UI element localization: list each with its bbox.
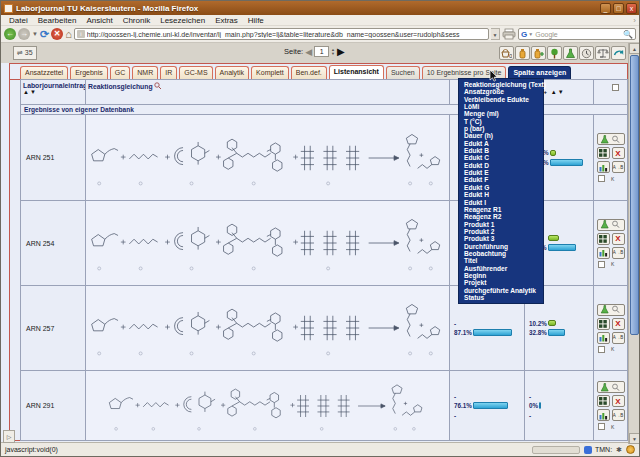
maximize-button[interactable]: □ xyxy=(613,3,624,14)
column-menu-item[interactable]: Ausführender xyxy=(459,265,543,272)
menu-chronik[interactable]: Chronik xyxy=(118,16,156,25)
page-spinner[interactable]: ▲▼ xyxy=(331,48,335,56)
delete-button[interactable]: X xyxy=(612,318,625,330)
column-menu-item[interactable]: Titel xyxy=(459,257,543,264)
column-menu-item[interactable]: Edukt H xyxy=(459,191,543,198)
column-menu-item[interactable]: Edukt G xyxy=(459,184,543,191)
menu-ansicht[interactable]: Ansicht xyxy=(81,16,117,25)
tab-analytik[interactable]: Analytik xyxy=(215,66,250,79)
tab-suchen[interactable]: Suchen xyxy=(386,66,420,79)
column-menu-item[interactable]: Ansatzgröße xyxy=(459,88,543,95)
row-checkbox[interactable] xyxy=(598,346,605,353)
home-icon[interactable]: ⌂ xyxy=(65,28,72,40)
column-menu-item[interactable]: LöMi xyxy=(459,103,543,110)
scroll-down-icon[interactable]: ▼ xyxy=(629,433,640,444)
tab-komplett[interactable]: Komplett xyxy=(251,66,289,79)
close-button[interactable]: x xyxy=(626,3,637,14)
row-checkbox[interactable] xyxy=(598,261,605,268)
column-menu-item[interactable]: T (°C) xyxy=(459,118,543,125)
search-engine-icon[interactable]: G xyxy=(521,30,527,39)
sidebar-handle[interactable]: ▷ xyxy=(3,430,15,443)
header-reaktionsgleichung[interactable]: Reaktionsgleichung xyxy=(86,79,450,105)
next-page-icon[interactable]: ▶ xyxy=(337,46,345,57)
ab-transfer-button[interactable]: A→B xyxy=(612,409,625,421)
structure-editor-button[interactable] xyxy=(547,46,562,60)
column-menu-item[interactable]: Reagenz R2 xyxy=(459,213,543,220)
copy-button[interactable] xyxy=(597,318,610,330)
search-icon[interactable]: 🔍 xyxy=(623,30,633,39)
tab-bendef[interactable]: Ben.def. xyxy=(291,66,327,79)
reload-icon[interactable]: ⟳ xyxy=(40,28,49,40)
chart-button[interactable] xyxy=(597,161,610,173)
page-number-input[interactable]: 1 xyxy=(314,46,329,57)
title-bar[interactable]: Laborjournal TU Kaiserslautern - Mozilla… xyxy=(1,1,639,15)
balance-button[interactable] xyxy=(595,46,610,60)
ab-transfer-button[interactable]: A→B xyxy=(612,161,625,173)
flask-search-button[interactable] xyxy=(597,381,625,393)
basket-button[interactable]: 0 xyxy=(499,46,514,60)
column-menu-item[interactable]: Edukt I xyxy=(459,199,543,206)
column-menu-item[interactable]: Dauer (h) xyxy=(459,132,543,139)
forward-icon[interactable]: → xyxy=(18,28,30,40)
flask-search-button[interactable] xyxy=(597,133,625,145)
column-menu-item[interactable]: p (bar) xyxy=(459,125,543,132)
column-menu-item[interactable]: Projekt xyxy=(459,279,543,286)
print-icon[interactable] xyxy=(502,28,516,40)
select-all-checkbox[interactable] xyxy=(612,84,619,91)
back-icon[interactable]: ← xyxy=(4,28,16,40)
prev-page-icon[interactable]: ◀ xyxy=(305,47,312,57)
column-menu-item[interactable]: Edukt C xyxy=(459,154,543,161)
menu-bearbeiten[interactable]: Bearbeiten xyxy=(33,16,82,25)
column-menu-item[interactable]: Edukt E xyxy=(459,169,543,176)
ab-transfer-button[interactable]: A→B xyxy=(612,332,625,344)
column-menu-item[interactable]: Produkt 1 xyxy=(459,221,543,228)
column-menu-item[interactable]: Menge (ml) xyxy=(459,110,543,117)
column-menu-item[interactable]: Reagenz R1 xyxy=(459,206,543,213)
history-chevron-icon[interactable]: ▼ xyxy=(32,31,38,37)
tab-listenansicht[interactable]: Listenansicht xyxy=(329,65,384,79)
tab-ansatzzettel[interactable]: Ansatzzettel xyxy=(20,66,68,79)
scrollbar-thumb[interactable] xyxy=(630,55,639,335)
column-menu-item[interactable]: Edukt B xyxy=(459,147,543,154)
flask-button[interactable] xyxy=(563,46,578,60)
tab-ir[interactable]: IR xyxy=(160,66,177,79)
url-field[interactable]: i http://goossen-lj.chemie.uni-kl.de/inv… xyxy=(74,28,489,40)
delete-button[interactable]: X xyxy=(612,395,625,407)
ab-transfer-button[interactable]: A→B xyxy=(612,247,625,259)
status-blue-icon[interactable] xyxy=(584,446,592,454)
column-menu-item[interactable]: Produkt 2 xyxy=(459,228,543,235)
column-menu-item[interactable]: Reaktionsgleichung (Text) xyxy=(459,81,543,88)
column-menu-item[interactable]: Durchführung xyxy=(459,243,543,250)
flask-search-button[interactable] xyxy=(597,219,625,231)
sort-icons[interactable]: ▲▼ xyxy=(23,89,83,95)
tab-ergebnis[interactable]: Ergebnis xyxy=(70,66,108,79)
menu-datei[interactable]: Datei xyxy=(4,16,33,25)
tab-gc[interactable]: GC xyxy=(110,66,131,79)
chart-button[interactable] xyxy=(597,247,610,259)
copy-button[interactable] xyxy=(597,395,610,407)
column-menu-item[interactable]: Verbleibende Edukte xyxy=(459,96,543,103)
clock-button[interactable] xyxy=(579,46,594,60)
column-menu-item[interactable]: Edukt A xyxy=(459,140,543,147)
scroll-up-icon[interactable]: ▲ xyxy=(629,43,640,54)
update-clock-icon[interactable] xyxy=(626,445,635,454)
paw-icon[interactable]: ✱ xyxy=(616,446,622,454)
bottle-add-button[interactable] xyxy=(531,46,546,60)
tab-gcms[interactable]: GC-MS xyxy=(179,66,212,79)
copy-button[interactable] xyxy=(597,147,610,159)
vertical-scrollbar[interactable]: ▲ ▼ xyxy=(628,43,639,444)
search-field[interactable]: G ▼ Google 🔍 xyxy=(518,28,636,40)
bottle-button[interactable] xyxy=(515,46,530,60)
tab-nmr[interactable]: NMR xyxy=(132,66,158,79)
url-dropdown-icon[interactable]: ▼ xyxy=(491,28,500,40)
chart-button[interactable] xyxy=(597,332,610,344)
export-button[interactable] xyxy=(611,46,626,60)
delete-button[interactable]: X xyxy=(612,147,625,159)
column-menu-item[interactable]: Edukt D xyxy=(459,162,543,169)
chart-button[interactable] xyxy=(597,409,610,421)
menu-hilfe[interactable]: Hilfe xyxy=(243,16,269,25)
column-menu-item[interactable]: Edukt F xyxy=(459,176,543,183)
magnifier-icon[interactable] xyxy=(154,82,162,90)
row-checkbox[interactable] xyxy=(598,423,605,430)
minimize-button[interactable]: _ xyxy=(600,3,611,14)
